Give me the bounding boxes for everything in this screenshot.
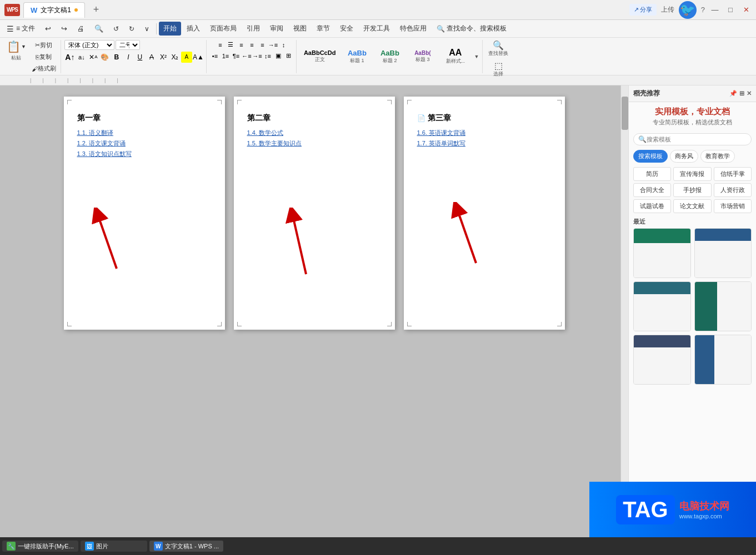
category-tab-education[interactable]: 教育教学 xyxy=(700,150,735,163)
style-heading1[interactable]: AaBb 标题 1 xyxy=(342,47,372,66)
menu-more-icon[interactable]: ∨ xyxy=(140,23,154,35)
numbering-button[interactable]: 1≡ xyxy=(221,51,231,61)
justify-button[interactable]: ≡ xyxy=(247,40,257,50)
taskbar-item-image[interactable]: 🖼 图片 xyxy=(81,541,147,552)
share-button[interactable]: ↗ 分享 xyxy=(629,4,657,16)
tag-resume[interactable]: 简历 xyxy=(633,167,671,181)
menu-redo-icon[interactable]: ↪ xyxy=(57,22,72,35)
wps-bird-icon[interactable]: 🐦 xyxy=(679,1,697,19)
subscript-button[interactable]: X₂ xyxy=(169,52,181,63)
maximize-button[interactable]: □ xyxy=(725,4,736,16)
border-button[interactable]: ⊞ xyxy=(284,51,294,61)
menu-undo2-icon[interactable]: ↺ xyxy=(109,23,123,35)
menu-find-icon[interactable]: 🔍 xyxy=(90,22,108,35)
select-button[interactable]: ⬚ 选择 xyxy=(491,60,505,79)
align-left-button[interactable]: ≡ xyxy=(215,40,225,50)
page2-section2[interactable]: 1.5. 数学主要知识点 xyxy=(247,139,382,148)
tag-letterpaper[interactable]: 信纸手掌 xyxy=(714,167,752,181)
page3-section1[interactable]: 1.6. 英语课文背诵 xyxy=(417,129,552,137)
font-size-select[interactable]: 二号 xyxy=(116,40,140,50)
indent-left-button[interactable]: ←≡ xyxy=(242,51,252,61)
style-heading2[interactable]: AaBb 标题 2 xyxy=(374,47,405,66)
wps-logo[interactable]: WPS xyxy=(4,4,20,16)
sort-button[interactable]: ↕ xyxy=(278,40,288,50)
tag-exam[interactable]: 试题试卷 xyxy=(633,199,671,213)
menu-search[interactable]: 🔍 查找命令、搜索模板 xyxy=(432,22,511,36)
menu-start[interactable]: 开始 xyxy=(159,22,181,36)
close-button[interactable]: ✕ xyxy=(740,4,752,16)
font-color-button[interactable]: 🎨 xyxy=(99,52,111,63)
search-template-input[interactable] xyxy=(647,136,747,143)
page1-section3[interactable]: 1.3. 语文知识点默写 xyxy=(77,150,212,158)
tag-marketing[interactable]: 市场营销 xyxy=(714,199,752,213)
find-replace-button[interactable]: 🔍 查找替换 xyxy=(486,40,510,58)
page3-section2[interactable]: 1.7. 英语单词默写 xyxy=(417,139,552,148)
clear-format-button[interactable]: ✕A xyxy=(88,52,99,63)
paste-button[interactable]: 📋 ▼ xyxy=(4,39,28,54)
panel-expand-button[interactable]: ⊞ xyxy=(739,90,744,97)
distributed-button[interactable]: ≡ xyxy=(257,40,267,50)
page1-section1[interactable]: 1.1. 语义翻译 xyxy=(77,129,212,137)
page1-section2[interactable]: 1.2. 语文课文背诵 xyxy=(77,139,212,148)
template-card-5[interactable] xyxy=(633,335,691,385)
upload-button[interactable]: 上传 xyxy=(661,5,674,14)
cut-button[interactable]: ✂ 剪切 xyxy=(29,40,58,51)
align-center-button[interactable]: ☰ xyxy=(226,40,236,50)
tag-thesis[interactable]: 论文文献 xyxy=(673,199,711,213)
vertical-scrollbar[interactable] xyxy=(620,85,628,546)
menu-undo-icon[interactable]: ↩ xyxy=(41,22,56,35)
line-spacing-button[interactable]: ↕≡ xyxy=(263,51,273,61)
minimize-button[interactable]: — xyxy=(709,4,720,16)
template-card-1[interactable] xyxy=(633,228,691,278)
copy-button[interactable]: ⎘ 复制 xyxy=(29,52,58,62)
template-card-4[interactable] xyxy=(694,281,752,331)
menu-insert[interactable]: 插入 xyxy=(182,22,204,36)
menu-file[interactable]: ☰ ≡ 文件 xyxy=(2,22,39,36)
tag-contract[interactable]: 合同大全 xyxy=(633,183,671,197)
format-painter-button[interactable]: 🖌 格式刷 xyxy=(29,63,58,74)
template-card-3[interactable] xyxy=(633,281,691,331)
char-shade-button[interactable]: A▲ xyxy=(193,52,204,63)
style-new[interactable]: AA 新样式... xyxy=(440,46,470,67)
shading-button[interactable]: ▣ xyxy=(273,51,283,61)
category-tab-search[interactable]: 搜索模板 xyxy=(633,150,668,163)
style-heading3[interactable]: AaBb( 标题 3 xyxy=(407,48,438,65)
menu-review[interactable]: 审阅 xyxy=(266,22,288,36)
strikethrough-button[interactable]: A xyxy=(146,52,157,63)
menu-redo2-icon[interactable]: ↻ xyxy=(124,23,139,35)
menu-reference[interactable]: 引用 xyxy=(242,22,264,36)
panel-close-button[interactable]: ✕ xyxy=(747,90,752,97)
menu-view[interactable]: 视图 xyxy=(289,22,311,36)
italic-button[interactable]: I xyxy=(123,52,134,63)
indent-right-button[interactable]: →≡ xyxy=(252,51,262,61)
multilevel-button[interactable]: ¶≡ xyxy=(231,51,241,61)
help-button[interactable]: ? xyxy=(701,6,705,14)
template-card-6[interactable] xyxy=(694,335,752,385)
superscript-button[interactable]: X² xyxy=(158,52,169,63)
underline-button[interactable]: U xyxy=(134,52,146,63)
styles-more-button[interactable]: ▼ xyxy=(473,53,480,60)
menu-layout[interactable]: 页面布局 xyxy=(206,22,241,36)
category-tab-business[interactable]: 商务风 xyxy=(670,150,698,163)
grow-font-button[interactable]: A↑ xyxy=(64,52,76,63)
align-right-button[interactable]: ≡ xyxy=(236,40,246,50)
menu-devtools[interactable]: 开发工具 xyxy=(359,22,394,36)
tag-hr[interactable]: 人资行政 xyxy=(714,183,752,197)
indent-increase-button[interactable]: →≡ xyxy=(268,40,278,50)
font-name-select[interactable]: 宋体 (正文) xyxy=(64,40,114,50)
panel-pin-button[interactable]: 📌 xyxy=(729,90,737,97)
menu-security[interactable]: 安全 xyxy=(336,22,358,36)
menu-special[interactable]: 特色应用 xyxy=(395,22,431,36)
bullets-button[interactable]: •≡ xyxy=(210,51,220,61)
highlight-button[interactable]: A xyxy=(181,52,192,63)
menu-print-icon[interactable]: 🖨 xyxy=(73,22,89,35)
add-tab-button[interactable]: + xyxy=(88,2,104,18)
shrink-font-button[interactable]: a↓ xyxy=(76,52,87,63)
active-tab[interactable]: W 文字文稿1 xyxy=(23,2,85,18)
scroll-thumb[interactable] xyxy=(622,97,628,130)
bold-button[interactable]: B xyxy=(111,52,122,63)
tag-handwritten[interactable]: 手抄报 xyxy=(673,183,711,197)
menu-chapter[interactable]: 章节 xyxy=(312,22,334,36)
page2-section1[interactable]: 1.4. 数学公式 xyxy=(247,129,382,137)
style-normal[interactable]: AaBbCcDd 正文 xyxy=(300,48,339,65)
